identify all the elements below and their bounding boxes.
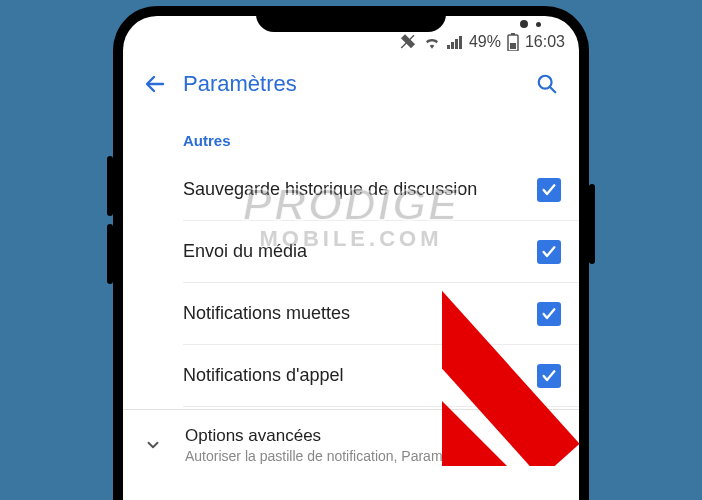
- app-bar: Paramètres: [123, 56, 579, 112]
- checkbox-checked-icon[interactable]: [537, 240, 561, 264]
- advanced-subtitle: Autoriser la pastille de notification, P…: [185, 448, 466, 464]
- volume-up-button: [107, 156, 113, 216]
- setting-row-call[interactable]: Notifications d'appel: [183, 345, 579, 407]
- setting-label: Notifications d'appel: [183, 363, 537, 387]
- power-button: [589, 184, 595, 264]
- page-title: Paramètres: [177, 71, 525, 97]
- sensor-dot-icon: [520, 20, 528, 28]
- sensor-bar: [520, 20, 541, 28]
- volume-down-button: [107, 224, 113, 284]
- wifi-icon: [423, 35, 441, 49]
- chevron-down-icon: [139, 436, 167, 454]
- settings-list: Autres Sauvegarde historique de discussi…: [123, 112, 579, 407]
- setting-row-mute[interactable]: Notifications muettes: [183, 283, 579, 345]
- phone-notch: [256, 6, 446, 32]
- checkbox-checked-icon[interactable]: [537, 364, 561, 388]
- svg-rect-4: [459, 36, 462, 49]
- svg-rect-7: [510, 43, 516, 49]
- setting-row-backup[interactable]: Sauvegarde historique de discussion: [183, 159, 579, 221]
- svg-line-10: [550, 87, 556, 93]
- screen: 49% 16:03 Paramètres: [123, 16, 579, 500]
- setting-label: Envoi du média: [183, 239, 537, 263]
- svg-rect-3: [455, 39, 458, 49]
- clock-text: 16:03: [525, 33, 565, 51]
- checkbox-checked-icon[interactable]: [537, 302, 561, 326]
- search-button[interactable]: [525, 62, 569, 106]
- battery-percent: 49%: [469, 33, 501, 51]
- setting-label: Notifications muettes: [183, 301, 537, 325]
- checkbox-checked-icon[interactable]: [537, 178, 561, 202]
- back-button[interactable]: [133, 62, 177, 106]
- sensor-dot-icon: [536, 22, 541, 27]
- setting-row-media[interactable]: Envoi du média: [183, 221, 579, 283]
- advanced-title: Options avancées: [185, 426, 466, 446]
- svg-rect-1: [447, 45, 450, 49]
- phone-frame: 49% 16:03 Paramètres: [113, 6, 589, 500]
- battery-icon: [507, 33, 519, 51]
- vibrate-icon: [399, 33, 417, 51]
- signal-icon: [447, 35, 463, 49]
- svg-rect-2: [451, 42, 454, 49]
- advanced-texts: Options avancées Autoriser la pastille d…: [185, 426, 466, 464]
- setting-label: Sauvegarde historique de discussion: [183, 177, 537, 201]
- section-label: Autres: [183, 112, 579, 159]
- advanced-options-row[interactable]: Options avancées Autoriser la pastille d…: [123, 410, 579, 480]
